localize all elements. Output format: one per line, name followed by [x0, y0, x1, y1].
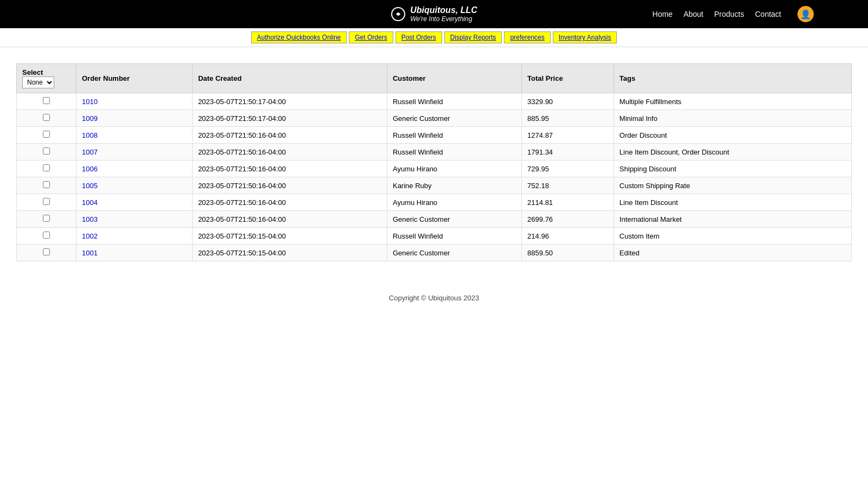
row-customer: Russell Winfield [387, 144, 521, 160]
authorize-quickbooks-button[interactable]: Authorize Quickbooks Online [251, 31, 347, 43]
row-checkbox-cell [17, 110, 76, 127]
row-tags: Custom Shipping Rate [614, 177, 851, 194]
row-tags: Shipping Discount [614, 160, 851, 177]
row-tags: Edited [614, 245, 851, 261]
user-icon-wrap[interactable]: 👤 [797, 6, 814, 22]
order-number-link[interactable]: 1010 [82, 98, 98, 106]
user-icon: 👤 [800, 9, 811, 20]
row-order-number: 1008 [76, 127, 193, 144]
row-order-number: 1002 [76, 228, 193, 245]
table-row: 10102023-05-07T21:50:17-04:00Russell Win… [17, 93, 852, 110]
table-header-row: Select None All Order Number Date Create… [17, 64, 852, 93]
row-customer: Russell Winfield [387, 127, 521, 144]
col-date-created: Date Created [193, 64, 387, 93]
row-customer: Ayumu Hirano [387, 194, 521, 211]
order-number-link[interactable]: 1004 [82, 198, 98, 207]
col-customer: Customer [387, 64, 521, 93]
toolbar: Authorize Quickbooks Online Get Orders P… [0, 28, 868, 47]
inventory-analysis-button[interactable]: Inventory Analysis [553, 31, 617, 43]
table-row: 10072023-05-07T21:50:16-04:00Russell Win… [17, 144, 852, 160]
table-row: 10092023-05-07T21:50:17-04:00Generic Cus… [17, 110, 852, 127]
row-checkbox[interactable] [43, 215, 50, 222]
row-order-number: 1005 [76, 177, 193, 194]
row-checkbox[interactable] [43, 232, 50, 239]
order-number-link[interactable]: 1009 [82, 114, 98, 123]
footer: Copyright © Ubiquitous 2023 [0, 272, 868, 313]
row-checkbox-cell [17, 127, 76, 144]
nav-products[interactable]: Products [714, 10, 744, 18]
row-checkbox[interactable] [43, 164, 50, 171]
user-avatar[interactable]: 👤 [797, 6, 814, 22]
row-date: 2023-05-07T21:50:15-04:00 [193, 245, 387, 261]
row-total-price: 214.96 [522, 228, 614, 245]
row-date: 2023-05-07T21:50:16-04:00 [193, 211, 387, 228]
order-number-link[interactable]: 1007 [82, 148, 98, 156]
display-reports-button[interactable]: Display Reports [444, 31, 502, 43]
row-tags: Multiple Fulfillments [614, 93, 851, 110]
row-date: 2023-05-07T21:50:17-04:00 [193, 93, 387, 110]
nav-contact[interactable]: Contact [755, 10, 781, 18]
tagline: We're Into Everything [410, 15, 477, 23]
row-order-number: 1010 [76, 93, 193, 110]
row-total-price: 8859.50 [522, 245, 614, 261]
row-checkbox[interactable] [43, 181, 50, 188]
col-total-price: Total Price [522, 64, 614, 93]
row-total-price: 2699.76 [522, 211, 614, 228]
row-total-price: 1791.34 [522, 144, 614, 160]
row-order-number: 1006 [76, 160, 193, 177]
row-order-number: 1004 [76, 194, 193, 211]
row-date: 2023-05-07T21:50:16-04:00 [193, 160, 387, 177]
preferences-button[interactable]: preferences [504, 31, 550, 43]
order-number-link[interactable]: 1008 [82, 131, 98, 139]
row-checkbox-cell [17, 177, 76, 194]
row-checkbox[interactable] [43, 97, 50, 104]
row-checkbox[interactable] [43, 147, 50, 155]
row-checkbox-cell [17, 93, 76, 110]
order-number-link[interactable]: 1006 [82, 165, 98, 173]
row-date: 2023-05-07T21:50:17-04:00 [193, 110, 387, 127]
row-checkbox[interactable] [43, 114, 50, 121]
row-total-price: 3329.90 [522, 93, 614, 110]
logo-area: Ubiquitous, LLC We're Into Everything [391, 5, 477, 23]
get-orders-button[interactable]: Get Orders [349, 31, 393, 43]
post-orders-button[interactable]: Post Orders [395, 31, 442, 43]
table-row: 10082023-05-07T21:50:16-04:00Russell Win… [17, 127, 852, 144]
nav-links: Home About Products Contact [653, 10, 781, 18]
row-customer: Russell Winfield [387, 93, 521, 110]
order-number-link[interactable]: 1005 [82, 182, 98, 190]
table-row: 10022023-05-07T21:50:15-04:00Russell Win… [17, 228, 852, 245]
row-date: 2023-05-07T21:50:15-04:00 [193, 228, 387, 245]
row-checkbox-cell [17, 211, 76, 228]
row-checkbox[interactable] [43, 131, 50, 138]
select-dropdown[interactable]: None All [22, 76, 54, 88]
row-checkbox-cell [17, 144, 76, 160]
row-checkbox-cell [17, 228, 76, 245]
nav-about[interactable]: About [684, 10, 704, 18]
row-date: 2023-05-07T21:50:16-04:00 [193, 127, 387, 144]
row-order-number: 1001 [76, 245, 193, 261]
row-total-price: 885.95 [522, 110, 614, 127]
order-number-link[interactable]: 1003 [82, 215, 98, 223]
row-date: 2023-05-07T21:50:16-04:00 [193, 194, 387, 211]
row-order-number: 1007 [76, 144, 193, 160]
row-date: 2023-05-07T21:50:16-04:00 [193, 177, 387, 194]
logo-icon [391, 7, 406, 22]
order-number-link[interactable]: 1002 [82, 232, 98, 240]
row-checkbox[interactable] [43, 248, 50, 255]
table-row: 10012023-05-07T21:50:15-04:00Generic Cus… [17, 245, 852, 261]
row-total-price: 752.18 [522, 177, 614, 194]
row-checkbox[interactable] [43, 198, 50, 205]
order-number-link[interactable]: 1001 [82, 249, 98, 257]
row-total-price: 1274.87 [522, 127, 614, 144]
row-customer: Russell Winfield [387, 228, 521, 245]
col-order-number: Order Number [76, 64, 193, 93]
row-date: 2023-05-07T21:50:16-04:00 [193, 144, 387, 160]
row-tags: Order Discount [614, 127, 851, 144]
nav-home[interactable]: Home [653, 10, 673, 18]
row-tags: Line Item Discount [614, 194, 851, 211]
logo-text: Ubiquitous, LLC We're Into Everything [410, 5, 477, 23]
row-checkbox-cell [17, 160, 76, 177]
orders-table: Select None All Order Number Date Create… [16, 63, 852, 261]
table-row: 10052023-05-07T21:50:16-04:00Karine Ruby… [17, 177, 852, 194]
row-customer: Generic Customer [387, 245, 521, 261]
